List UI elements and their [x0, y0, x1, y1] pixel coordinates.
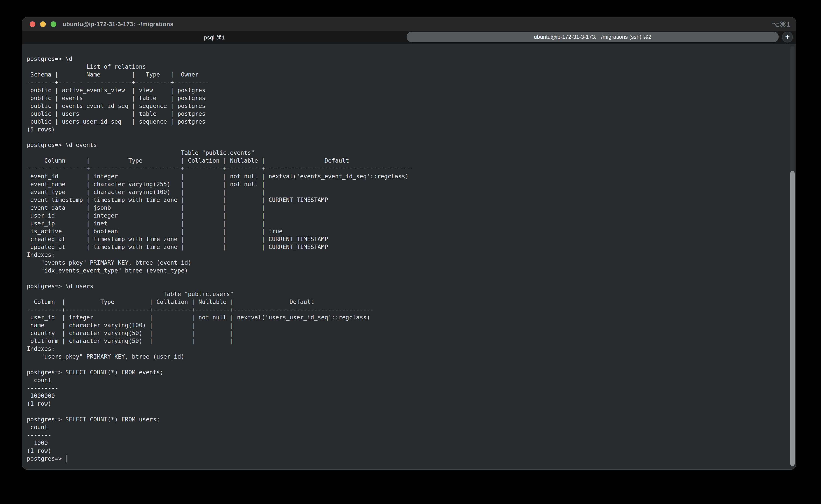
tab-ssh-session[interactable]: ubuntu@ip-172-31-3-173: ~/migrations (ss… — [407, 32, 779, 42]
new-tab-button[interactable]: + — [782, 32, 793, 43]
scrollbar-thumb[interactable] — [790, 171, 795, 466]
terminal-screen[interactable]: postgres=> \d List of relations Schema |… — [22, 44, 796, 469]
tab-psql[interactable]: psql ⌘1 — [22, 31, 407, 44]
zoom-button[interactable] — [51, 21, 56, 27]
minimize-button[interactable] — [40, 21, 46, 27]
titlebar[interactable]: ubuntu@ip-172-31-3-173: ~/migrations ⌥⌘1 — [22, 17, 796, 31]
window-shortcut-label: ⌥⌘1 — [772, 20, 791, 28]
terminal-output: postgres=> \d List of relations Schema |… — [27, 55, 796, 455]
terminal-window: ubuntu@ip-172-31-3-173: ~/migrations ⌥⌘1… — [22, 17, 796, 470]
plus-icon: + — [785, 33, 790, 41]
prompt-line: postgres=> — [27, 455, 796, 463]
close-button[interactable] — [30, 21, 35, 27]
text-cursor — [66, 455, 66, 462]
tab-bar: psql ⌘1 ubuntu@ip-172-31-3-173: ~/migrat… — [22, 31, 796, 44]
traffic-lights — [30, 21, 56, 27]
window-title: ubuntu@ip-172-31-3-173: ~/migrations — [63, 21, 174, 28]
prompt-text: postgres=> — [27, 455, 65, 463]
